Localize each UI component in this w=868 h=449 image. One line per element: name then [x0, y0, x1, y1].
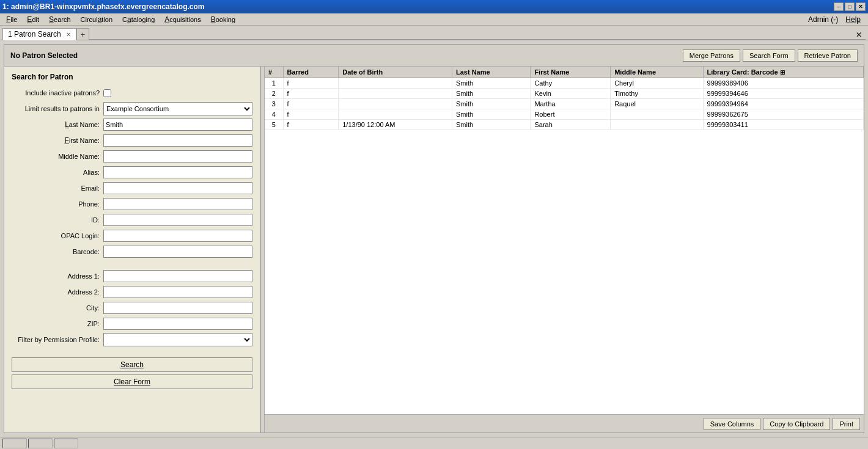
menu-cataloging[interactable]: Cataloging [117, 14, 160, 25]
table-row[interactable]: 4 f Smith Robert 99999362675 [265, 109, 864, 120]
cell-firstname: Kevin [531, 89, 611, 99]
cell-lastname: Smith [452, 89, 530, 99]
email-input[interactable] [103, 182, 252, 194]
cell-lastname: Smith [452, 120, 530, 130]
cell-num: 4 [265, 109, 283, 120]
col-resize-icon[interactable]: ⊞ [780, 69, 785, 76]
results-table-container: # Barred Date of Birth Last Name First N… [265, 67, 864, 414]
address1-label: Address 1: [12, 272, 103, 280]
menu-edit[interactable]: Edit [22, 14, 44, 25]
no-patron-label: No Patron Selected [10, 51, 78, 60]
zip-input[interactable] [103, 318, 252, 330]
close-button[interactable]: ✕ [856, 2, 866, 11]
col-header-firstname[interactable]: First Name [531, 67, 611, 78]
phone-input[interactable] [103, 198, 252, 210]
cell-middlename: Cheryl [611, 78, 703, 89]
filter-profile-select[interactable] [103, 333, 252, 346]
table-row[interactable]: 5 f 1/13/90 12:00 AM Smith Sarah 9999930… [265, 120, 864, 130]
col-header-lastname[interactable]: Last Name [452, 67, 530, 78]
tab-patron-search[interactable]: 1 Patron Search ✕ [2, 28, 76, 40]
alias-input[interactable] [103, 166, 252, 178]
maximize-button[interactable]: □ [845, 2, 855, 11]
status-segment-2 [28, 439, 53, 448]
cell-dob [339, 78, 452, 89]
id-input[interactable] [103, 214, 252, 226]
city-row: City: [12, 301, 252, 315]
merge-patrons-button[interactable]: Merge Patrons [683, 49, 740, 62]
filter-profile-label: Filter by Permission Profile: [12, 336, 103, 343]
menu-bar: File Edit Search Circulation Cataloging … [0, 13, 868, 26]
menu-acquisitions[interactable]: Acquisitions [160, 14, 205, 25]
table-row[interactable]: 1 f Smith Cathy Cheryl 99999389406 [265, 78, 864, 89]
title-bar-text: 1: admin@BR1-winxpvmfx.phasefx.evergreen… [2, 2, 204, 11]
menu-booking[interactable]: Booking [206, 14, 240, 25]
print-button[interactable]: Print [833, 418, 860, 430]
middlename-label: Middle Name: [12, 153, 103, 160]
address2-label: Address 2: [12, 288, 103, 296]
email-row: Email: [12, 181, 252, 195]
minimize-button[interactable]: ─ [834, 2, 844, 11]
menu-file[interactable]: File [1, 14, 22, 25]
cell-middlename: Timothy [611, 89, 703, 99]
lastname-row: Last Name: [12, 118, 252, 131]
cell-dob [339, 99, 452, 109]
city-input[interactable] [103, 302, 252, 314]
cell-dob: 1/13/90 12:00 AM [339, 120, 452, 130]
id-row: ID: [12, 213, 252, 227]
cell-lastname: Smith [452, 99, 530, 109]
tab-close-icon[interactable]: ✕ [66, 31, 71, 38]
main-area: No Patron Selected Merge Patrons Search … [0, 40, 868, 437]
cell-firstname: Sarah [531, 120, 611, 130]
firstname-label: First Name: [12, 136, 103, 145]
include-inactive-label: Include inactive patrons? [12, 89, 103, 97]
menu-circulation[interactable]: Circulation [76, 14, 118, 25]
middlename-input[interactable] [103, 150, 252, 162]
firstname-input[interactable] [103, 134, 252, 147]
middlename-row: Middle Name: [12, 150, 252, 163]
title-bar: 1: admin@BR1-winxpvmfx.phasefx.evergreen… [0, 0, 868, 13]
help-label[interactable]: Help [845, 15, 861, 24]
col-header-dob[interactable]: Date of Birth [339, 67, 452, 78]
copy-clipboard-button[interactable]: Copy to Clipboard [763, 418, 830, 430]
table-row[interactable]: 2 f Smith Kevin Timothy 99999394646 [265, 89, 864, 99]
include-inactive-checkbox[interactable] [103, 89, 111, 97]
lastname-label: Last Name: [12, 120, 103, 129]
menu-search[interactable]: Search [44, 14, 76, 25]
barcode-input[interactable] [103, 246, 252, 258]
table-row[interactable]: 3 f Smith Martha Raquel 99999394964 [265, 99, 864, 109]
address2-input[interactable] [103, 286, 252, 298]
search-button[interactable]: Search [12, 357, 252, 372]
limit-results-select[interactable]: Example Consortium [103, 102, 252, 115]
cell-num: 1 [265, 78, 283, 89]
content-panel: No Patron Selected Merge Patrons Search … [4, 44, 864, 433]
tab-add-button[interactable]: + [76, 28, 90, 40]
cell-lastname: Smith [452, 109, 530, 120]
opac-login-input[interactable] [103, 230, 252, 242]
search-form-button[interactable]: Search Form [743, 49, 795, 62]
window-close-icon[interactable]: ✕ [852, 31, 866, 40]
lastname-input[interactable] [103, 119, 252, 131]
cell-num: 2 [265, 89, 283, 99]
firstname-row: First Name: [12, 134, 252, 147]
barcode-label: Barcode: [12, 248, 103, 255]
admin-label[interactable]: Admin (-) [808, 15, 838, 24]
address1-input[interactable] [103, 270, 252, 282]
results-table: # Barred Date of Birth Last Name First N… [265, 67, 864, 130]
cell-dob [339, 109, 452, 120]
clear-form-button[interactable]: Clear Form [12, 374, 252, 389]
cell-num: 3 [265, 99, 283, 109]
cell-barred: f [283, 109, 339, 120]
header-buttons: Merge Patrons Search Form Retrieve Patro… [683, 49, 858, 62]
col-header-barcode[interactable]: Library Card: Barcode ⊞ [703, 67, 863, 78]
retrieve-patron-button[interactable]: Retrieve Patron [798, 49, 858, 62]
cell-barred: f [283, 120, 339, 130]
opac-login-label: OPAC Login: [12, 232, 103, 239]
search-panel: Search for Patron Include inactive patro… [4, 67, 261, 433]
col-header-middlename[interactable]: Middle Name [611, 67, 703, 78]
col-header-num[interactable]: # [265, 67, 283, 78]
cell-barcode: 99999362675 [703, 109, 863, 120]
status-bar [0, 437, 868, 449]
save-columns-button[interactable]: Save Columns [704, 418, 761, 430]
col-header-barred[interactable]: Barred [283, 67, 339, 78]
header-section: No Patron Selected Merge Patrons Search … [4, 45, 864, 67]
